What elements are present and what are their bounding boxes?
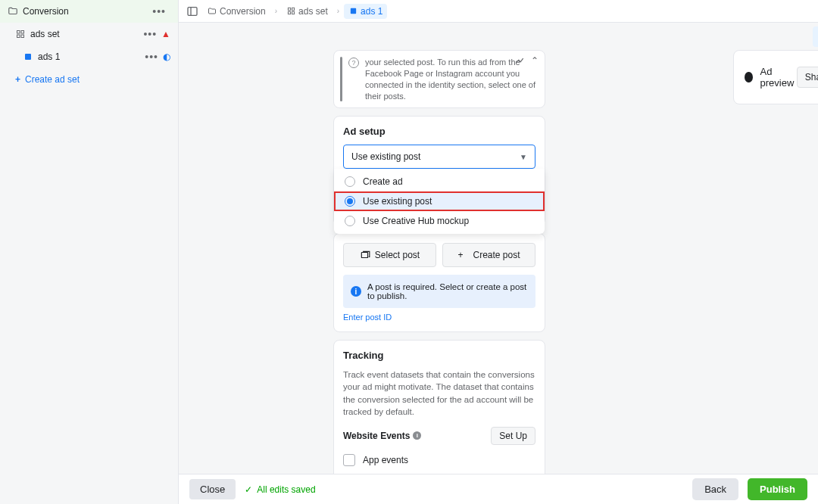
svg-rect-7 bbox=[288, 8, 290, 10]
ad-setup-options: Create ad Use existing post Use Creative… bbox=[334, 169, 545, 234]
ad-preview-card: Ad preview Share ▼ ⤢ Advanced preview bbox=[733, 50, 818, 104]
footer-bar: Close ✓ All edits saved Back Publish bbox=[179, 474, 818, 504]
sidebar: Conversion ••• ads set ••• ▲ ads 1 ••• ◐… bbox=[0, 0, 179, 504]
cards-icon bbox=[360, 250, 370, 260]
button-label: Create post bbox=[473, 250, 520, 260]
check-icon: ✓ bbox=[245, 484, 252, 495]
option-create-ad[interactable]: Create ad bbox=[334, 172, 545, 191]
more-icon[interactable]: ••• bbox=[143, 28, 157, 40]
svg-rect-9 bbox=[288, 11, 290, 14]
ad-icon bbox=[23, 51, 33, 62]
more-icon[interactable]: ••• bbox=[145, 51, 158, 63]
svg-rect-1 bbox=[21, 31, 24, 34]
folder-icon bbox=[208, 7, 217, 16]
create-label: Create ad set bbox=[25, 74, 80, 85]
share-button[interactable]: Share ▼ bbox=[797, 67, 818, 88]
more-icon[interactable]: ••• bbox=[152, 5, 166, 17]
breadcrumb-label: ads set bbox=[298, 6, 328, 17]
chart-icon[interactable] bbox=[514, 55, 525, 68]
panel-toggle-icon[interactable] bbox=[186, 5, 198, 17]
option-creative-hub[interactable]: Use Creative Hub mockup bbox=[334, 211, 545, 231]
tracking-title: Tracking bbox=[343, 350, 535, 361]
svg-rect-2 bbox=[17, 35, 20, 38]
warning-icon: ▲ bbox=[161, 29, 170, 39]
breadcrumb-label: Conversion bbox=[220, 6, 266, 17]
sidebar-item-label: ads set bbox=[30, 29, 143, 39]
radio-icon bbox=[345, 176, 355, 187]
ad-setup-card: Ad setup Use existing post ▼ Create ad U… bbox=[333, 116, 545, 226]
status-half-icon: ◐ bbox=[163, 51, 170, 62]
option-label: Use existing post bbox=[363, 196, 432, 207]
sidebar-item-campaign[interactable]: Conversion ••• bbox=[0, 0, 178, 23]
svg-rect-8 bbox=[292, 8, 294, 10]
preview-title: Ad preview bbox=[760, 66, 797, 89]
grid-icon bbox=[286, 7, 295, 16]
caret-down-icon: ▼ bbox=[520, 153, 527, 161]
create-ad-set-link[interactable]: + Create ad set bbox=[0, 68, 178, 91]
breadcrumb-adset[interactable]: ads set bbox=[282, 4, 333, 19]
svg-rect-13 bbox=[361, 253, 367, 258]
svg-rect-11 bbox=[350, 8, 355, 14]
notice-text: your selected post. To run this ad from … bbox=[365, 57, 537, 101]
preview-toggle[interactable] bbox=[745, 72, 753, 82]
saved-label: All edits saved bbox=[257, 484, 315, 495]
select-post-button[interactable]: Select post bbox=[343, 243, 436, 267]
alert-text: A post is required. Select or create a p… bbox=[367, 282, 528, 300]
app-events-label: App events bbox=[363, 455, 408, 465]
ad-setup-dropdown[interactable]: Use existing post ▼ bbox=[343, 145, 535, 169]
saved-status: ✓ All edits saved bbox=[245, 484, 315, 495]
setup-button[interactable]: Set Up bbox=[491, 427, 535, 445]
folder-icon bbox=[8, 6, 18, 17]
edit-button[interactable]: Edit bbox=[813, 26, 818, 47]
option-label: Use Creative Hub mockup bbox=[363, 216, 469, 226]
info-icon: i bbox=[351, 286, 361, 297]
share-label: Share bbox=[805, 72, 818, 82]
create-post-button[interactable]: + Create post bbox=[442, 243, 535, 267]
svg-rect-10 bbox=[292, 11, 294, 14]
plus-icon: + bbox=[15, 74, 20, 85]
toolbar: Edit Review bbox=[179, 23, 818, 50]
chevron-right-icon: › bbox=[275, 7, 277, 15]
publish-button[interactable]: Publish bbox=[748, 478, 807, 500]
top-bar: Conversion › ads set › ads 1 bbox=[179, 0, 818, 23]
close-button[interactable]: Close bbox=[189, 479, 236, 499]
info-icon: ? bbox=[348, 58, 359, 68]
chevron-up-icon[interactable]: ⌃ bbox=[531, 55, 539, 68]
svg-rect-3 bbox=[21, 35, 24, 38]
svg-rect-5 bbox=[188, 7, 197, 15]
post-required-alert: i A post is required. Select or create a… bbox=[343, 275, 535, 308]
post-selection-card: Select post + Create post i A post is re… bbox=[333, 233, 545, 332]
svg-rect-4 bbox=[25, 54, 31, 60]
button-label: Select post bbox=[375, 250, 420, 260]
ad-setup-title: Ad setup bbox=[343, 126, 535, 137]
breadcrumb-campaign[interactable]: Conversion bbox=[203, 4, 270, 19]
dropdown-value: Use existing post bbox=[351, 151, 420, 162]
enter-post-id-link[interactable]: Enter post ID bbox=[343, 313, 392, 322]
radio-icon bbox=[345, 216, 355, 226]
identity-notice-card: ? your selected post. To run this ad fro… bbox=[333, 50, 545, 108]
breadcrumb-label: ads 1 bbox=[361, 6, 382, 17]
sidebar-item-label: Conversion bbox=[23, 6, 152, 17]
option-use-existing-post[interactable]: Use existing post bbox=[334, 191, 545, 211]
notice-accent bbox=[340, 57, 342, 101]
info-icon[interactable]: i bbox=[413, 431, 421, 440]
ad-icon bbox=[348, 7, 357, 16]
option-label: Create ad bbox=[363, 176, 403, 187]
grid-icon bbox=[15, 29, 26, 39]
chevron-right-icon: › bbox=[337, 7, 339, 15]
sidebar-item-ad[interactable]: ads 1 ••• ◐ bbox=[0, 45, 178, 68]
sidebar-item-adset[interactable]: ads set ••• ▲ bbox=[0, 23, 178, 45]
app-events-checkbox[interactable] bbox=[343, 454, 355, 466]
breadcrumb-ad[interactable]: ads 1 bbox=[344, 4, 387, 19]
tracking-description: Track event datasets that contain the co… bbox=[343, 369, 535, 417]
plus-icon: + bbox=[457, 250, 468, 260]
sidebar-item-label: ads 1 bbox=[38, 51, 145, 62]
back-button[interactable]: Back bbox=[692, 478, 738, 500]
website-events-label: Website Events i bbox=[343, 431, 421, 441]
radio-icon bbox=[345, 196, 355, 207]
svg-rect-0 bbox=[17, 31, 20, 34]
